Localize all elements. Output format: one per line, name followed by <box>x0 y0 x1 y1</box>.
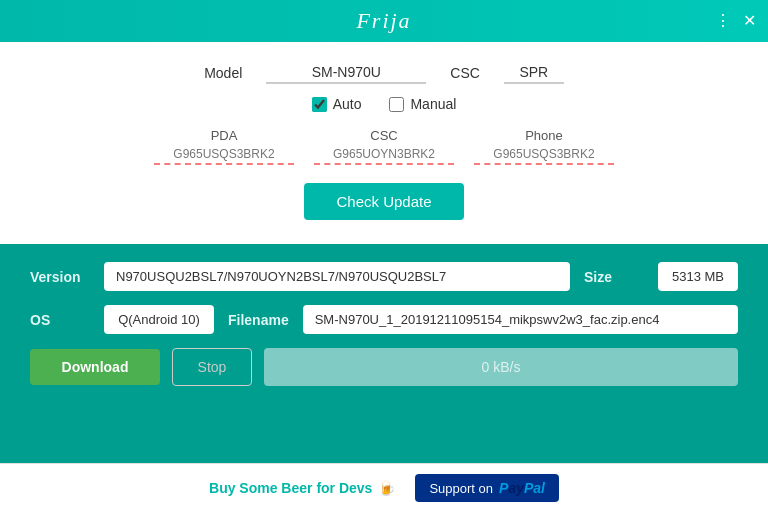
csc2-input[interactable] <box>314 145 454 165</box>
download-button[interactable]: Download <box>30 349 160 385</box>
model-input[interactable] <box>266 62 426 84</box>
manual-label: Manual <box>410 96 456 112</box>
main-content: Model CSC Auto Manual PDA CSC <box>0 42 768 463</box>
phone-label: Phone <box>525 128 563 143</box>
version-size-row: Version N970USQU2BSL7/N970UOYN2BSL7/N970… <box>30 262 738 291</box>
version-label: Version <box>30 269 90 285</box>
pda-input[interactable] <box>154 145 294 165</box>
csc-input[interactable] <box>504 62 564 84</box>
filename-value: SM-N970U_1_20191211095154_mikpswv2w3_fac… <box>303 305 738 334</box>
paypal-button[interactable]: Support on PayPal <box>415 474 559 502</box>
phone-input[interactable] <box>474 145 614 165</box>
csc-label: CSC <box>450 65 480 81</box>
app-title: Frija <box>356 8 411 34</box>
filename-label: Filename <box>228 312 289 328</box>
beer-emoji: 🍺 <box>378 480 395 496</box>
bottom-panel: Version N970USQU2BSL7/N970UOYN2BSL7/N970… <box>0 244 768 463</box>
csc2-field: CSC <box>314 128 454 165</box>
os-label: OS <box>30 312 90 328</box>
pda-label: PDA <box>211 128 238 143</box>
menu-button[interactable]: ⋮ <box>715 13 731 29</box>
manual-checkbox-label[interactable]: Manual <box>389 96 456 112</box>
model-label: Model <box>204 65 242 81</box>
progress-text: 0 kB/s <box>482 359 521 375</box>
auto-checkbox-label[interactable]: Auto <box>312 96 362 112</box>
top-panel: Model CSC Auto Manual PDA CSC <box>0 42 768 244</box>
footer: Buy Some Beer for Devs 🍺 Support on PayP… <box>0 463 768 512</box>
firmware-fields-row: PDA CSC Phone <box>40 128 728 165</box>
pda-field: PDA <box>154 128 294 165</box>
version-value: N970USQU2BSL7/N970UOYN2BSL7/N970USQU2BSL… <box>104 262 570 291</box>
close-button[interactable]: ✕ <box>743 13 756 29</box>
manual-checkbox[interactable] <box>389 97 404 112</box>
beer-link[interactable]: Buy Some Beer for Devs 🍺 <box>209 480 395 496</box>
size-label: Size <box>584 269 644 285</box>
auto-manual-row: Auto Manual <box>40 96 728 112</box>
action-row: Download Stop 0 kB/s <box>30 348 738 386</box>
title-bar: Frija ⋮ ✕ <box>0 0 768 42</box>
os-value: Q(Android 10) <box>104 305 214 334</box>
window-controls: ⋮ ✕ <box>715 13 756 29</box>
stop-button[interactable]: Stop <box>172 348 252 386</box>
model-csc-row: Model CSC <box>40 62 728 84</box>
check-update-button[interactable]: Check Update <box>304 183 463 220</box>
phone-field: Phone <box>474 128 614 165</box>
size-value: 5313 MB <box>658 262 738 291</box>
progress-bar: 0 kB/s <box>264 348 738 386</box>
auto-checkbox[interactable] <box>312 97 327 112</box>
auto-label: Auto <box>333 96 362 112</box>
beer-text: Buy Some Beer for Devs <box>209 480 372 496</box>
paypal-logo: PayPal <box>499 480 545 496</box>
paypal-prefix: Support on <box>429 481 493 496</box>
csc2-label: CSC <box>370 128 397 143</box>
os-filename-row: OS Q(Android 10) Filename SM-N970U_1_201… <box>30 305 738 334</box>
